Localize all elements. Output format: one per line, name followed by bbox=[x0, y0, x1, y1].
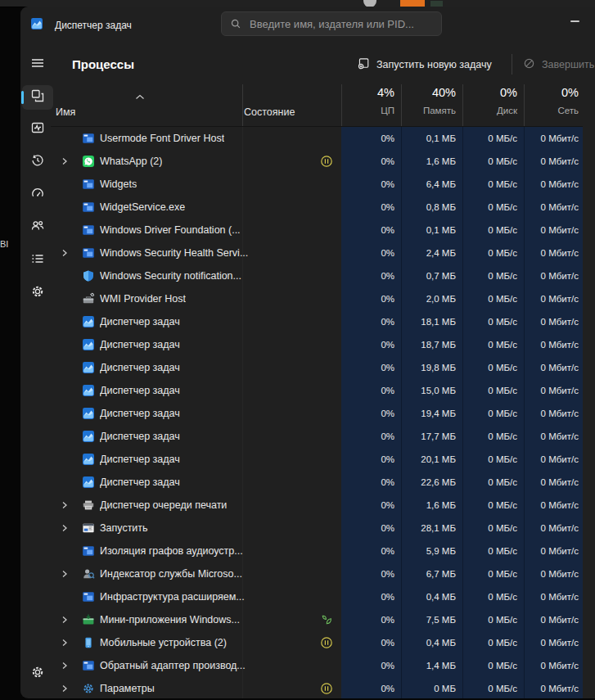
table-row[interactable]: Мини-приложения Windows...0%7,5 МБ0 МБ/с… bbox=[51, 608, 583, 631]
network-column-label: Сеть bbox=[521, 106, 579, 115]
table-row[interactable]: Windows Driver Foundation (...0%0,1 МБ0 … bbox=[51, 219, 583, 242]
expand-chevron-icon bbox=[61, 593, 69, 601]
expand-chevron-icon[interactable] bbox=[61, 570, 69, 578]
taskmgr-icon bbox=[82, 430, 95, 443]
disk-value: 0 МБ/с bbox=[460, 654, 517, 677]
sidebar-item-services[interactable] bbox=[22, 281, 53, 305]
expand-chevron-icon[interactable] bbox=[61, 501, 69, 509]
disk-value: 0 МБ/с bbox=[460, 425, 517, 448]
table-row[interactable]: Windows Security notification...0%0,7 МБ… bbox=[51, 264, 583, 287]
table-row[interactable]: Изоляция графов аудиоустр...0%5,9 МБ0 МБ… bbox=[51, 540, 583, 562]
memory-value: 17,7 МБ bbox=[399, 425, 456, 448]
disk-total-usage: 0% bbox=[460, 86, 517, 99]
column-header-status[interactable]: Состояние bbox=[244, 106, 295, 118]
disk-value: 0 МБ/с bbox=[460, 677, 517, 698]
process-name: Диспетчер задач bbox=[100, 425, 180, 448]
process-name: Диспетчер задач bbox=[100, 402, 180, 425]
sidebar-item-users[interactable] bbox=[22, 215, 53, 240]
cpu-value: 0% bbox=[337, 356, 394, 379]
table-row[interactable]: Диспетчер задач0%18,7 МБ0 МБ/с0 Мбит/с bbox=[51, 333, 583, 356]
memory-value: 0 МБ bbox=[399, 677, 456, 698]
generic-app-icon bbox=[82, 201, 95, 214]
taskmgr-icon bbox=[82, 476, 95, 489]
cpu-value: 0% bbox=[337, 127, 394, 150]
cpu-value: 0% bbox=[337, 562, 394, 585]
table-row[interactable]: Диспетчер задач0%19,4 МБ0 МБ/с0 Мбит/с bbox=[51, 402, 583, 425]
phone-icon bbox=[82, 636, 95, 649]
sidebar-item-settings[interactable] bbox=[22, 662, 53, 686]
table-row[interactable]: Диспетчер задач0%15,0 МБ0 МБ/с0 Мбит/с bbox=[51, 379, 583, 402]
table-row[interactable]: Индексатор службы Microso...0%6,7 МБ0 МБ… bbox=[51, 562, 583, 585]
minimize-button[interactable] bbox=[559, 11, 590, 32]
search-input[interactable] bbox=[248, 17, 433, 31]
status-empty bbox=[320, 224, 333, 237]
status-empty bbox=[320, 567, 333, 580]
expand-chevron-icon bbox=[61, 226, 69, 234]
run-new-task-label: Запустить новую задачу bbox=[376, 59, 492, 70]
network-value: 0 Мбит/с bbox=[521, 287, 579, 310]
disk-value: 0 МБ/с bbox=[460, 585, 517, 608]
task-manager-app-icon bbox=[30, 17, 43, 30]
cpu-value: 0% bbox=[337, 173, 394, 196]
expand-chevron-icon[interactable] bbox=[61, 524, 69, 532]
sort-ascending-icon[interactable] bbox=[135, 88, 145, 94]
cpu-value: 0% bbox=[337, 677, 394, 698]
status-empty bbox=[320, 659, 333, 672]
memory-value: 1,4 МБ bbox=[399, 654, 456, 677]
table-row[interactable]: WidgetService.exe0%0,8 МБ0 МБ/с0 Мбит/с bbox=[51, 196, 583, 219]
table-row[interactable]: Widgets0%6,4 МБ0 МБ/с0 Мбит/с bbox=[51, 173, 583, 196]
search-box[interactable] bbox=[221, 11, 442, 36]
taskmgr-icon bbox=[82, 338, 95, 351]
expand-chevron-icon bbox=[61, 455, 69, 463]
status-empty bbox=[320, 453, 333, 466]
table-row[interactable]: Usermode Font Driver Host0%0,1 МБ0 МБ/с0… bbox=[51, 127, 583, 150]
expand-chevron-icon[interactable] bbox=[61, 157, 69, 165]
expand-chevron-icon bbox=[61, 180, 69, 188]
table-row[interactable]: Диспетчер задач0%22,6 МБ0 МБ/с0 Мбит/с bbox=[51, 471, 583, 494]
sidebar-item-startup-apps[interactable] bbox=[22, 183, 53, 207]
settings-blue-icon bbox=[82, 682, 95, 695]
column-header-name[interactable]: Имя bbox=[56, 106, 75, 118]
taskmgr-icon bbox=[82, 315, 95, 328]
table-row[interactable]: WhatsApp (2)0%1,6 МБ0 МБ/с0 Мбит/с bbox=[51, 150, 583, 173]
header-separator bbox=[242, 84, 243, 126]
table-row[interactable]: Параметры0%0 МБ0 МБ/с0 Мбит/с bbox=[51, 677, 583, 698]
table-row[interactable]: Диспетчер задач0%19,8 МБ0 МБ/с0 Мбит/с bbox=[51, 356, 583, 379]
header-separator bbox=[524, 84, 525, 126]
expand-chevron-icon[interactable] bbox=[61, 616, 69, 624]
table-row[interactable]: Инфраструктура расширяем...0%0,4 МБ0 МБ/… bbox=[51, 585, 583, 608]
hamburger-icon bbox=[30, 56, 45, 74]
table-row[interactable]: Диспетчер задач0%18,1 МБ0 МБ/с0 Мбит/с bbox=[51, 310, 583, 333]
header-separator bbox=[341, 84, 342, 126]
table-row[interactable]: Мобильные устройства (2)0%0,4 МБ0 МБ/с0 … bbox=[51, 631, 583, 654]
background-orange-icon bbox=[400, 0, 425, 7]
sidebar-item-processes[interactable] bbox=[22, 85, 53, 110]
expand-chevron-icon[interactable] bbox=[61, 249, 69, 257]
table-row[interactable]: Обратный адаптер производ...0%1,4 МБ0 МБ… bbox=[51, 654, 583, 677]
expand-chevron-icon[interactable] bbox=[61, 639, 69, 647]
table-row[interactable]: Windows Security Health Servi...0%2,4 МБ… bbox=[51, 242, 583, 264]
table-row[interactable]: Диспетчер задач0%20,1 МБ0 МБ/с0 Мбит/с bbox=[51, 448, 583, 471]
disk-value: 0 МБ/с bbox=[460, 608, 517, 631]
memory-value: 0,7 МБ bbox=[399, 264, 456, 287]
sidebar-item-app-history[interactable] bbox=[22, 150, 53, 174]
process-name: Диспетчер задач bbox=[100, 471, 180, 494]
sidebar-item-details[interactable] bbox=[22, 248, 53, 273]
table-row[interactable]: WMI Provider Host0%2,0 МБ0 МБ/с0 Мбит/с bbox=[51, 287, 583, 310]
indexer-icon bbox=[82, 567, 95, 580]
sidebar-item-menu[interactable] bbox=[22, 52, 53, 77]
cpu-total-usage: 4% bbox=[337, 86, 394, 99]
table-row[interactable]: Диспетчер очереди печати0%1,6 МБ0 МБ/с0 … bbox=[51, 494, 583, 517]
table-row[interactable]: Диспетчер задач0%17,7 МБ0 МБ/с0 Мбит/с bbox=[51, 425, 583, 448]
status-empty bbox=[320, 407, 333, 420]
expand-chevron-icon bbox=[61, 432, 69, 440]
memory-value: 2,4 МБ bbox=[399, 242, 456, 264]
sidebar-item-performance[interactable] bbox=[22, 117, 53, 142]
disk-value: 0 МБ/с bbox=[460, 540, 517, 562]
expand-chevron-icon[interactable] bbox=[61, 662, 69, 670]
table-row[interactable]: Запустить0%28,1 МБ0 МБ/с0 Мбит/с bbox=[51, 517, 583, 540]
run-new-task-button[interactable]: Запустить новую задачу bbox=[358, 52, 492, 77]
expand-chevron-icon[interactable] bbox=[61, 684, 69, 693]
disk-value: 0 МБ/с bbox=[460, 333, 517, 356]
page-title: Процессы bbox=[72, 57, 134, 71]
